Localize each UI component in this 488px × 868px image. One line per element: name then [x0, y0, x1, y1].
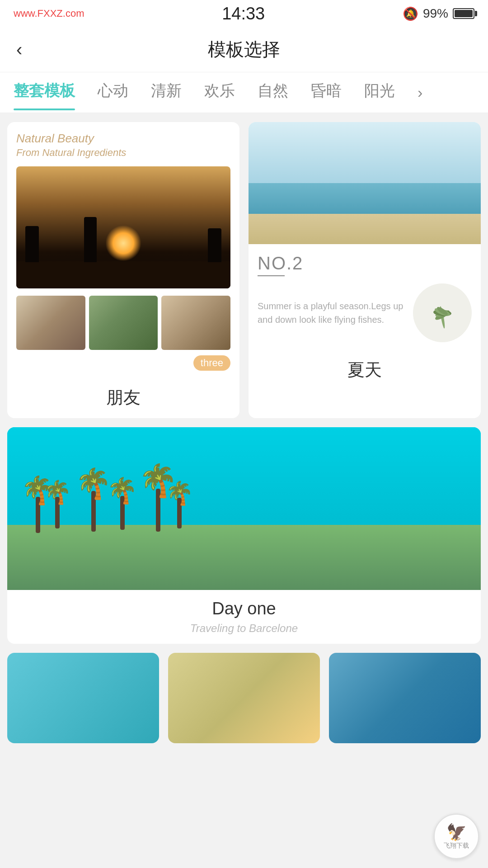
palm-leaves-4: 🌴: [107, 481, 138, 500]
bottom-card-2[interactable]: [168, 653, 320, 743]
card2-number: NO.2: [258, 253, 472, 274]
header: ‹ 模板选择: [0, 27, 488, 72]
card3-subtitle: Traveling to Barcelone: [7, 622, 481, 644]
palm-tree-3: 🌴: [75, 472, 112, 532]
watermark-circle: 🦅 飞翔下载: [434, 814, 479, 859]
template-card-dayone[interactable]: 🌴 🌴 🌴 🌴 🌴 🌴: [7, 427, 481, 644]
card1-tag: three: [16, 355, 230, 371]
template-row-1: Natural Beauty From Natural Ingredients: [7, 122, 481, 418]
figure1: [25, 226, 39, 262]
battery-icon: [453, 8, 474, 19]
status-right: 🔕 99%: [403, 6, 474, 21]
status-left: www.FXXZ.com: [14, 8, 84, 19]
tab-dark[interactable]: 昏暗: [311, 80, 342, 105]
bell-icon: 🔕: [403, 6, 418, 21]
card1-title-line2: From Natural Ingredients: [16, 146, 230, 160]
figure3: [208, 228, 221, 262]
card1-thumbnails: [16, 296, 230, 350]
card2-body: NO.2 Summer is a playful season.Legs up …: [249, 244, 481, 351]
template-card-xiatian[interactable]: NO.2 Summer is a playful season.Legs up …: [249, 122, 481, 418]
tab-happy[interactable]: 欢乐: [204, 80, 235, 105]
figure2: [84, 217, 97, 262]
status-bar: www.FXXZ.com 14:33 🔕 99%: [0, 0, 488, 27]
back-button[interactable]: ‹: [16, 39, 22, 60]
tab-nature[interactable]: 自然: [258, 80, 288, 105]
card1-inner: Natural Beauty From Natural Ingredients: [7, 122, 239, 379]
palm-tree-6: 🌴: [165, 484, 193, 528]
card3-photo: 🌴 🌴 🌴 🌴 🌴 🌴: [7, 427, 481, 590]
tab-fresh[interactable]: 清新: [151, 80, 182, 105]
card1-main-image: [16, 166, 230, 288]
palm-leaves-2: 🌴: [43, 483, 71, 501]
watermark-badge: 🦅 飞翔下载: [434, 814, 479, 859]
thumb3: [161, 296, 230, 350]
card3-title: Day one: [7, 599, 481, 618]
card2-bottom: Summer is a playful season.Legs up and d…: [258, 283, 472, 342]
beach-sand: [249, 214, 481, 245]
palm-tree-4: 🌴: [107, 481, 138, 530]
card2-beach-photo: [249, 122, 481, 244]
palm-leaf-icon: [424, 295, 460, 331]
bottom-row: [7, 653, 481, 743]
card2-description: Summer is a playful season.Legs up and d…: [258, 299, 406, 326]
ground: [16, 261, 230, 288]
bottom-card-1[interactable]: [7, 653, 159, 743]
content-area: Natural Beauty From Natural Ingredients: [0, 113, 488, 770]
tab-sunny[interactable]: 阳光: [364, 80, 395, 105]
card2-circle: [413, 283, 472, 342]
palm-leaves-3: 🌴: [75, 472, 112, 495]
palm-leaves-6: 🌴: [165, 484, 193, 502]
bottom-card-3[interactable]: [329, 653, 481, 743]
card1-header: Natural Beauty From Natural Ingredients: [16, 131, 230, 159]
palm-tree-2: 🌴: [43, 483, 71, 528]
card1-label: 朋友: [7, 379, 239, 418]
palm-ground: [7, 525, 481, 590]
tab-bar: 整套模板 心动 清新 欢乐 自然 昏暗 阳光 ›: [0, 72, 488, 113]
tab-heartbeat[interactable]: 心动: [98, 80, 128, 105]
status-time: 14:33: [222, 4, 265, 24]
battery-level: 99%: [423, 6, 448, 21]
watermark-site-text: 飞翔下载: [444, 842, 469, 850]
card1-title-line1: Natural Beauty: [16, 131, 230, 146]
eagle-icon: 🦅: [446, 823, 467, 842]
template-card-pengyou[interactable]: Natural Beauty From Natural Ingredients: [7, 122, 239, 418]
beach-sky: [249, 122, 481, 183]
thumb1: [16, 296, 85, 350]
page-title: 模板选择: [208, 37, 280, 62]
sunset-scene: [16, 166, 230, 288]
watermark-text: www.FXXZ.com: [14, 8, 84, 19]
tab-more[interactable]: ›: [418, 84, 422, 101]
tab-all-templates[interactable]: 整套模板: [14, 80, 75, 105]
tag-badge: three: [193, 355, 230, 371]
beach-water: [249, 183, 481, 214]
thumb2: [89, 296, 158, 350]
sun-glow: [105, 225, 141, 261]
card3-label-area: Day one: [7, 590, 481, 622]
card2-label: 夏天: [249, 351, 481, 391]
card2-underline: [258, 275, 285, 276]
